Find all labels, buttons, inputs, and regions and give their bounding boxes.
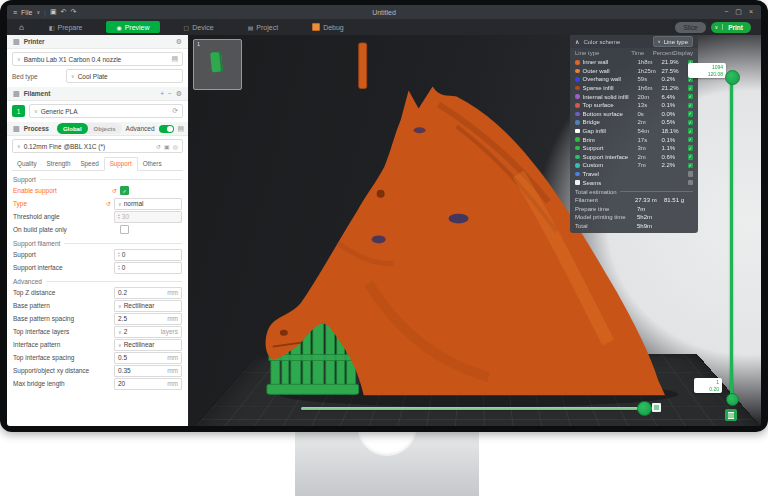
save-icon[interactable]: ▣ (50, 8, 57, 16)
process-preset-select[interactable]: ∨ 0.12mm Fine @BBL X1C (*) ↺ ▣ ◎ (12, 139, 183, 153)
process-tab-strength[interactable]: Strength (42, 158, 76, 170)
layer-slider-track[interactable] (730, 75, 733, 401)
save-preset-icon[interactable]: ▣ (164, 143, 170, 150)
print-button[interactable]: ∨ Print (711, 22, 751, 33)
bed-type-select[interactable]: ∨Cool Plate (66, 69, 183, 83)
search-icon[interactable]: ◎ (173, 143, 178, 150)
scope-objects[interactable]: Objects (88, 123, 122, 134)
spinner-arrows-icon[interactable]: ▴▾ (118, 265, 120, 270)
param-input[interactable]: 0.35mm (114, 365, 182, 377)
display-checkbox[interactable] (688, 171, 694, 177)
spinner-arrows-icon[interactable]: ▴▾ (118, 252, 120, 257)
view-mode-select[interactable]: ∨Line type (653, 36, 693, 47)
param-spinner[interactable]: ▴▾0 (114, 249, 182, 261)
printer-settings-gear-icon[interactable]: ⚙ (176, 38, 182, 46)
home-icon[interactable]: ⌂ (11, 23, 32, 32)
filament-settings-gear-icon[interactable]: ⚙ (176, 90, 182, 98)
total-value: 7m (637, 206, 667, 212)
process-tab-quality[interactable]: Quality (12, 158, 42, 170)
undo-icon[interactable]: ↶ (61, 8, 67, 16)
display-checkbox[interactable]: ✓ (688, 145, 694, 151)
param-checkbox[interactable]: ✓ (120, 186, 129, 195)
spinner-arrows-icon[interactable]: ▴▾ (118, 214, 120, 219)
process-tab-speed[interactable]: Speed (75, 158, 103, 170)
tab-device[interactable]: ▢Device (174, 21, 224, 33)
remove-filament-button[interactable]: − (168, 90, 172, 97)
redo-icon[interactable]: ↷ (70, 8, 76, 16)
titlebar: ≡ File ∨ | ▣ ↶ ↷ Untitled − ▢ × (7, 5, 761, 19)
param-value: 0 (122, 264, 178, 271)
slice-button[interactable]: Slice (675, 22, 705, 33)
plate-number: 1 (197, 41, 200, 47)
param-input[interactable]: 20mm (114, 378, 182, 390)
filament-slot-badge[interactable]: 1 (12, 105, 25, 117)
param-input[interactable]: 2.5mm (114, 313, 182, 325)
process-page-icon[interactable]: ▤ (178, 125, 185, 133)
plate-thumbnail[interactable]: 1 (193, 39, 242, 90)
tab-project[interactable]: ▤Project (238, 21, 288, 33)
display-checkbox[interactable]: ✓ (688, 111, 694, 117)
line-type-name: Seams (583, 180, 638, 186)
move-slider-track[interactable] (301, 407, 659, 410)
reset-value-icon[interactable]: ↺ (106, 200, 111, 207)
param-select[interactable]: ∨2layers (114, 326, 182, 338)
display-checkbox[interactable]: ✓ (688, 154, 694, 160)
file-caret-icon[interactable]: ∨ (36, 9, 40, 15)
menu-icon[interactable]: ≡ (13, 9, 17, 16)
layer-slider-bottom-handle[interactable] (726, 393, 739, 406)
process-tab-support[interactable]: Support (104, 157, 138, 171)
line-type-color-dot (575, 94, 580, 99)
legend-row: Sparse infill1h6m21.2%✓ (570, 84, 698, 93)
display-checkbox[interactable]: ✓ (688, 120, 694, 126)
single-layer-toggle-button[interactable] (725, 409, 737, 421)
param-select[interactable]: ∨normal (114, 198, 182, 210)
printer-preset-select[interactable]: ∨ Bambu Lab X1 Carbon 0.4 nozzle ▤ (12, 52, 183, 66)
display-checkbox[interactable]: ✓ (688, 85, 694, 91)
display-checkbox[interactable]: ✓ (688, 137, 694, 143)
close-button[interactable]: × (749, 8, 753, 16)
display-checkbox[interactable]: ✓ (688, 103, 694, 109)
line-type-color-dot (575, 69, 580, 74)
printer-sync-icon[interactable]: ▤ (171, 55, 178, 63)
preview-viewport[interactable]: 1 ∧ Color scheme ∨Line type (189, 35, 761, 426)
line-type-name: Bridge (583, 119, 638, 125)
scope-global[interactable]: Global (57, 123, 88, 134)
process-scope-toggle[interactable]: Global Objects (57, 123, 122, 134)
reset-preset-icon[interactable]: ↺ (156, 143, 161, 150)
param-groups-mount: SupportEnable support↺✓Type↺∨normalThres… (7, 176, 188, 389)
process-tab-others[interactable]: Others (138, 158, 167, 170)
minimize-button[interactable]: − (724, 8, 728, 16)
param-spinner[interactable]: ▴▾0 (114, 262, 182, 274)
display-checkbox[interactable] (688, 180, 694, 186)
tab-debug[interactable]: Debug (302, 21, 354, 33)
advanced-toggle[interactable] (159, 125, 174, 133)
display-checkbox[interactable]: ✓ (688, 163, 694, 169)
add-filament-button[interactable]: + (160, 90, 164, 97)
filament-select[interactable]: ∨ Generic PLA ⟳ (29, 104, 183, 118)
reset-value-icon[interactable]: ↺ (112, 187, 117, 194)
line-type-name: Bottom surface (583, 111, 638, 117)
filament-sync-icon[interactable]: ⟳ (172, 107, 178, 115)
layer-slider-top-handle[interactable] (725, 70, 740, 85)
param-input[interactable]: 0.5mm (114, 352, 182, 364)
param-select[interactable]: ∨Rectilinear (114, 300, 182, 312)
maximize-button[interactable]: ▢ (735, 8, 742, 16)
param-input[interactable]: 0.2mm (114, 287, 182, 299)
param-spinner[interactable]: ▴▾30 (114, 211, 182, 223)
param-select[interactable]: ∨Rectilinear (114, 339, 182, 351)
display-checkbox[interactable]: ✓ (688, 94, 694, 100)
param-checkbox[interactable] (120, 225, 129, 234)
tab-prepare[interactable]: ◧Prepare (39, 21, 93, 33)
display-checkbox[interactable]: ✓ (688, 128, 694, 134)
floating-model-part[interactable] (359, 43, 367, 89)
move-slider-handle[interactable] (637, 401, 652, 416)
param-value: 0.2 (118, 289, 165, 296)
legend-collapse-icon[interactable]: ∧ (575, 38, 579, 45)
print-dropdown-icon[interactable]: ∨ (711, 24, 724, 30)
line-type-name: Support interface (583, 154, 638, 160)
param-row: Type↺∨normal (13, 198, 182, 209)
move-slider-end-badge[interactable] (652, 403, 661, 412)
file-menu[interactable]: File (21, 9, 32, 16)
line-type-color-dot (575, 112, 580, 117)
tab-preview[interactable]: ◉Preview (106, 21, 159, 33)
